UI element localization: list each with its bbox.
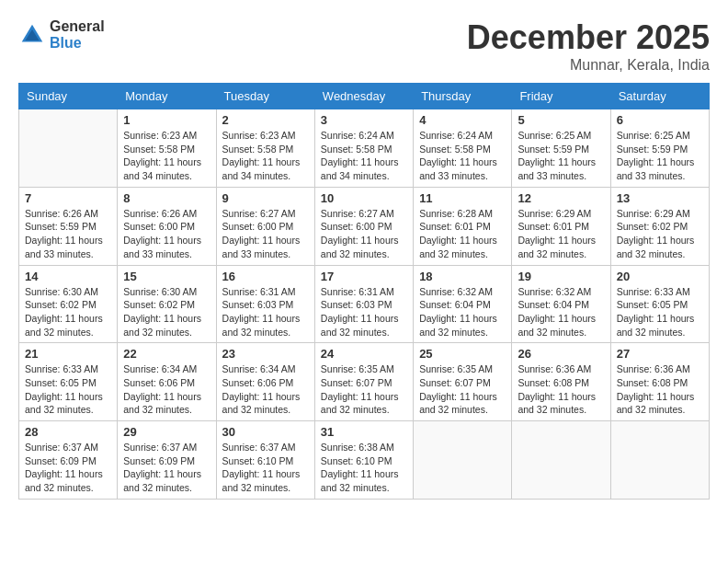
calendar-cell: 5Sunrise: 6:25 AM Sunset: 5:59 PM Daylig… <box>512 109 610 188</box>
day-number: 20 <box>617 270 703 283</box>
day-number: 23 <box>222 347 309 361</box>
day-number: 11 <box>419 191 506 205</box>
calendar-cell: 17Sunrise: 6:31 AM Sunset: 6:03 PM Dayli… <box>314 265 413 343</box>
cell-info: Sunrise: 6:23 AM Sunset: 5:58 PM Dayligh… <box>222 129 309 183</box>
day-number: 5 <box>518 113 604 127</box>
calendar-cell: 11Sunrise: 6:28 AM Sunset: 6:01 PM Dayli… <box>414 187 512 265</box>
cell-info: Sunrise: 6:27 AM Sunset: 6:00 PM Dayligh… <box>222 207 309 261</box>
calendar-header-row: SundayMondayTuesdayWednesdayThursdayFrid… <box>19 84 710 109</box>
cell-info: Sunrise: 6:24 AM Sunset: 5:58 PM Dayligh… <box>419 129 506 183</box>
cell-info: Sunrise: 6:37 AM Sunset: 6:09 PM Dayligh… <box>25 441 111 495</box>
day-number: 30 <box>222 425 309 439</box>
title-area: December 2025 Munnar, Kerala, India <box>467 18 710 74</box>
calendar-cell: 6Sunrise: 6:25 AM Sunset: 5:59 PM Daylig… <box>610 109 709 188</box>
calendar-cell: 22Sunrise: 6:34 AM Sunset: 6:06 PM Dayli… <box>118 343 216 421</box>
calendar-cell: 15Sunrise: 6:30 AM Sunset: 6:02 PM Dayli… <box>118 265 216 343</box>
calendar-week-row: 7Sunrise: 6:26 AM Sunset: 5:59 PM Daylig… <box>19 187 710 265</box>
calendar-cell: 16Sunrise: 6:31 AM Sunset: 6:03 PM Dayli… <box>216 265 314 343</box>
cell-info: Sunrise: 6:35 AM Sunset: 6:07 PM Dayligh… <box>419 362 506 417</box>
cell-info: Sunrise: 6:24 AM Sunset: 5:58 PM Dayligh… <box>321 129 407 183</box>
day-number: 25 <box>419 347 506 361</box>
cell-info: Sunrise: 6:35 AM Sunset: 6:07 PM Dayligh… <box>321 362 407 417</box>
day-number: 16 <box>222 270 309 283</box>
calendar-cell: 20Sunrise: 6:33 AM Sunset: 6:05 PM Dayli… <box>610 265 709 343</box>
calendar-table: SundayMondayTuesdayWednesdayThursdayFrid… <box>18 83 710 500</box>
day-number: 18 <box>419 270 506 283</box>
day-number: 3 <box>321 113 407 127</box>
calendar-cell: 2Sunrise: 6:23 AM Sunset: 5:58 PM Daylig… <box>216 109 314 188</box>
logo-icon <box>18 21 46 49</box>
logo-blue-text: Blue <box>50 35 105 52</box>
cell-info: Sunrise: 6:37 AM Sunset: 6:09 PM Dayligh… <box>123 441 210 495</box>
cell-info: Sunrise: 6:33 AM Sunset: 6:05 PM Dayligh… <box>25 362 111 417</box>
cell-info: Sunrise: 6:30 AM Sunset: 6:02 PM Dayligh… <box>25 285 111 339</box>
calendar-cell: 1Sunrise: 6:23 AM Sunset: 5:58 PM Daylig… <box>118 109 216 188</box>
day-number: 27 <box>617 347 703 361</box>
calendar-cell: 13Sunrise: 6:29 AM Sunset: 6:02 PM Dayli… <box>610 187 709 265</box>
day-number: 7 <box>25 191 111 205</box>
logo: General Blue <box>18 18 105 51</box>
calendar-cell: 29Sunrise: 6:37 AM Sunset: 6:09 PM Dayli… <box>118 421 216 500</box>
calendar-cell: 21Sunrise: 6:33 AM Sunset: 6:05 PM Dayli… <box>19 343 118 421</box>
calendar-cell: 14Sunrise: 6:30 AM Sunset: 6:02 PM Dayli… <box>19 265 118 343</box>
calendar-cell: 4Sunrise: 6:24 AM Sunset: 5:58 PM Daylig… <box>414 109 512 188</box>
month-title: December 2025 <box>467 18 710 57</box>
calendar-cell: 28Sunrise: 6:37 AM Sunset: 6:09 PM Dayli… <box>19 421 118 500</box>
day-number: 17 <box>321 270 407 283</box>
cell-info: Sunrise: 6:27 AM Sunset: 6:00 PM Dayligh… <box>321 207 407 261</box>
column-header-tuesday: Tuesday <box>216 84 314 109</box>
cell-info: Sunrise: 6:33 AM Sunset: 6:05 PM Dayligh… <box>617 285 703 339</box>
calendar-cell: 9Sunrise: 6:27 AM Sunset: 6:00 PM Daylig… <box>216 187 314 265</box>
column-header-friday: Friday <box>512 84 610 109</box>
day-number: 19 <box>518 270 604 283</box>
cell-info: Sunrise: 6:37 AM Sunset: 6:10 PM Dayligh… <box>222 441 309 495</box>
day-number: 1 <box>123 113 210 127</box>
calendar-week-row: 21Sunrise: 6:33 AM Sunset: 6:05 PM Dayli… <box>19 343 710 421</box>
day-number: 26 <box>518 347 604 361</box>
cell-info: Sunrise: 6:25 AM Sunset: 5:59 PM Dayligh… <box>617 129 703 183</box>
cell-info: Sunrise: 6:32 AM Sunset: 6:04 PM Dayligh… <box>518 285 604 339</box>
day-number: 21 <box>25 347 111 361</box>
calendar-cell: 7Sunrise: 6:26 AM Sunset: 5:59 PM Daylig… <box>19 187 118 265</box>
day-number: 12 <box>518 191 604 205</box>
cell-info: Sunrise: 6:34 AM Sunset: 6:06 PM Dayligh… <box>123 362 210 417</box>
day-number: 15 <box>123 270 210 283</box>
day-number: 6 <box>617 113 703 127</box>
calendar-cell: 19Sunrise: 6:32 AM Sunset: 6:04 PM Dayli… <box>512 265 610 343</box>
day-number: 24 <box>321 347 407 361</box>
calendar-cell <box>610 421 709 500</box>
cell-info: Sunrise: 6:34 AM Sunset: 6:06 PM Dayligh… <box>222 362 309 417</box>
calendar-week-row: 14Sunrise: 6:30 AM Sunset: 6:02 PM Dayli… <box>19 265 710 343</box>
calendar-cell: 23Sunrise: 6:34 AM Sunset: 6:06 PM Dayli… <box>216 343 314 421</box>
cell-info: Sunrise: 6:31 AM Sunset: 6:03 PM Dayligh… <box>222 285 309 339</box>
day-number: 13 <box>617 191 703 205</box>
calendar-cell: 31Sunrise: 6:38 AM Sunset: 6:10 PM Dayli… <box>314 421 413 500</box>
calendar-cell: 24Sunrise: 6:35 AM Sunset: 6:07 PM Dayli… <box>314 343 413 421</box>
cell-info: Sunrise: 6:26 AM Sunset: 6:00 PM Dayligh… <box>123 207 210 261</box>
day-number: 2 <box>222 113 309 127</box>
cell-info: Sunrise: 6:36 AM Sunset: 6:08 PM Dayligh… <box>617 362 703 417</box>
calendar-cell <box>19 109 118 188</box>
calendar-cell: 25Sunrise: 6:35 AM Sunset: 6:07 PM Dayli… <box>414 343 512 421</box>
cell-info: Sunrise: 6:28 AM Sunset: 6:01 PM Dayligh… <box>419 207 506 261</box>
calendar-cell: 26Sunrise: 6:36 AM Sunset: 6:08 PM Dayli… <box>512 343 610 421</box>
day-number: 8 <box>123 191 210 205</box>
column-header-monday: Monday <box>118 84 216 109</box>
column-header-sunday: Sunday <box>19 84 118 109</box>
cell-info: Sunrise: 6:36 AM Sunset: 6:08 PM Dayligh… <box>518 362 604 417</box>
cell-info: Sunrise: 6:26 AM Sunset: 5:59 PM Dayligh… <box>25 207 111 261</box>
column-header-wednesday: Wednesday <box>314 84 413 109</box>
calendar-cell: 27Sunrise: 6:36 AM Sunset: 6:08 PM Dayli… <box>610 343 709 421</box>
day-number: 9 <box>222 191 309 205</box>
column-header-thursday: Thursday <box>414 84 512 109</box>
cell-info: Sunrise: 6:23 AM Sunset: 5:58 PM Dayligh… <box>123 129 210 183</box>
calendar-cell: 10Sunrise: 6:27 AM Sunset: 6:00 PM Dayli… <box>314 187 413 265</box>
cell-info: Sunrise: 6:29 AM Sunset: 6:01 PM Dayligh… <box>518 207 604 261</box>
calendar-cell: 30Sunrise: 6:37 AM Sunset: 6:10 PM Dayli… <box>216 421 314 500</box>
calendar-cell: 8Sunrise: 6:26 AM Sunset: 6:00 PM Daylig… <box>118 187 216 265</box>
cell-info: Sunrise: 6:29 AM Sunset: 6:02 PM Dayligh… <box>617 207 703 261</box>
cell-info: Sunrise: 6:32 AM Sunset: 6:04 PM Dayligh… <box>419 285 506 339</box>
cell-info: Sunrise: 6:30 AM Sunset: 6:02 PM Dayligh… <box>123 285 210 339</box>
cell-info: Sunrise: 6:25 AM Sunset: 5:59 PM Dayligh… <box>518 129 604 183</box>
day-number: 10 <box>321 191 407 205</box>
